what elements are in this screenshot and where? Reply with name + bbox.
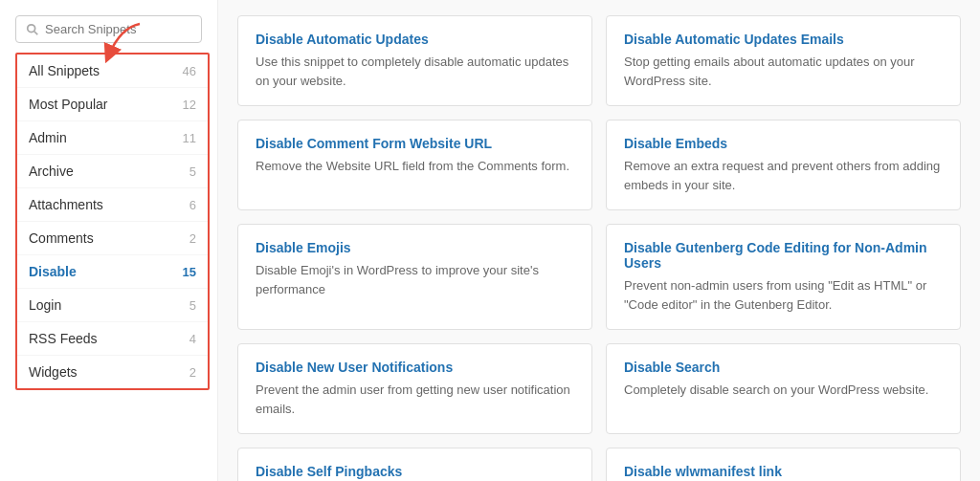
nav-item-count: 12 [183, 98, 196, 112]
snippet-card[interactable]: Disable Comment Form Website URL Remove … [237, 120, 592, 210]
snippet-title: Disable Emojis [256, 240, 574, 255]
snippet-card[interactable]: Disable Emojis Disable Emoji's in WordPr… [237, 224, 592, 330]
snippet-title: Disable Automatic Updates Emails [624, 32, 943, 47]
nav-item-label: Archive [29, 164, 74, 179]
nav-item-count: 46 [183, 64, 196, 78]
snippet-card[interactable]: Disable Embeds Remove an extra request a… [606, 120, 961, 210]
nav-item-label: All Snippets [29, 63, 100, 78]
nav-item-label: Login [29, 297, 61, 313]
snippet-title: Disable Comment Form Website URL [256, 136, 574, 151]
main-content: Disable Automatic Updates Use this snipp… [218, 0, 980, 481]
snippet-title: Disable New User Notifications [256, 360, 574, 375]
nav-item-count: 2 [189, 231, 196, 246]
snippet-description: Prevent non-admin users from using "Edit… [624, 276, 943, 314]
sidebar-nav: All Snippets 46 Most Popular 12 Admin 11… [15, 53, 210, 390]
sidebar-item-comments[interactable]: Comments 2 [17, 222, 208, 255]
nav-item-count: 5 [189, 164, 196, 179]
nav-item-label: Attachments [29, 197, 103, 212]
sidebar-item-most-popular[interactable]: Most Popular 12 [17, 88, 208, 121]
nav-item-count: 4 [189, 332, 196, 346]
nav-item-count: 6 [189, 198, 196, 212]
nav-item-label: Most Popular [29, 97, 107, 112]
sidebar-item-attachments[interactable]: Attachments 6 [17, 188, 208, 222]
sidebar-item-all-snippets[interactable]: All Snippets 46 [17, 55, 208, 88]
sidebar-item-rss-feeds[interactable]: RSS Feeds 4 [17, 322, 208, 356]
search-input[interactable] [45, 22, 191, 36]
nav-item-label: Comments [29, 230, 94, 246]
nav-item-count: 15 [183, 265, 196, 279]
search-icon [26, 23, 39, 36]
sidebar-item-admin[interactable]: Admin 11 [17, 121, 208, 155]
svg-line-1 [34, 31, 38, 34]
snippet-card[interactable]: Disable wlwmanifest link [606, 448, 961, 481]
snippets-grid: Disable Automatic Updates Use this snipp… [237, 15, 961, 481]
snippet-card[interactable]: Disable New User Notifications Prevent t… [237, 343, 592, 434]
nav-item-label: Admin [29, 130, 67, 145]
snippet-description: Stop getting emails about automatic upda… [624, 53, 943, 90]
nav-item-label: Widgets [29, 364, 78, 380]
sidebar-item-archive[interactable]: Archive 5 [17, 155, 208, 188]
svg-point-0 [28, 24, 35, 32]
snippet-card[interactable]: Disable Automatic Updates Emails Stop ge… [606, 15, 961, 106]
sidebar-item-login[interactable]: Login 5 [17, 289, 208, 322]
sidebar-item-disable[interactable]: Disable 15 [17, 255, 208, 289]
snippet-description: Completely disable search on your WordPr… [624, 381, 943, 400]
sidebar: All Snippets 46 Most Popular 12 Admin 11… [0, 0, 218, 481]
nav-item-label: RSS Feeds [29, 331, 98, 346]
snippet-description: Use this snippet to completely disable a… [256, 53, 574, 90]
snippet-description: Remove an extra request and prevent othe… [624, 157, 943, 194]
snippet-description: Disable Emoji's in WordPress to improve … [256, 261, 574, 298]
snippet-title: Disable Automatic Updates [256, 32, 574, 47]
nav-item-label: Disable [29, 264, 77, 279]
snippet-card[interactable]: Disable Gutenberg Code Editing for Non-A… [606, 224, 961, 330]
snippet-card[interactable]: Disable Self Pingbacks [237, 448, 592, 481]
nav-item-count: 2 [189, 365, 196, 380]
snippet-card[interactable]: Disable Automatic Updates Use this snipp… [237, 15, 592, 106]
snippet-description: Prevent the admin user from getting new … [256, 381, 574, 418]
search-box[interactable] [15, 15, 202, 43]
nav-item-count: 5 [189, 298, 196, 313]
snippet-title: Disable Gutenberg Code Editing for Non-A… [624, 240, 943, 271]
snippet-title: Disable Search [624, 360, 943, 375]
nav-item-count: 11 [183, 131, 196, 145]
sidebar-item-widgets[interactable]: Widgets 2 [17, 356, 208, 388]
snippet-title: Disable wlwmanifest link [624, 464, 943, 479]
snippet-title: Disable Self Pingbacks [256, 464, 574, 479]
snippet-description: Remove the Website URL field from the Co… [256, 157, 574, 176]
snippet-title: Disable Embeds [624, 136, 943, 151]
snippet-card[interactable]: Disable Search Completely disable search… [606, 343, 961, 434]
